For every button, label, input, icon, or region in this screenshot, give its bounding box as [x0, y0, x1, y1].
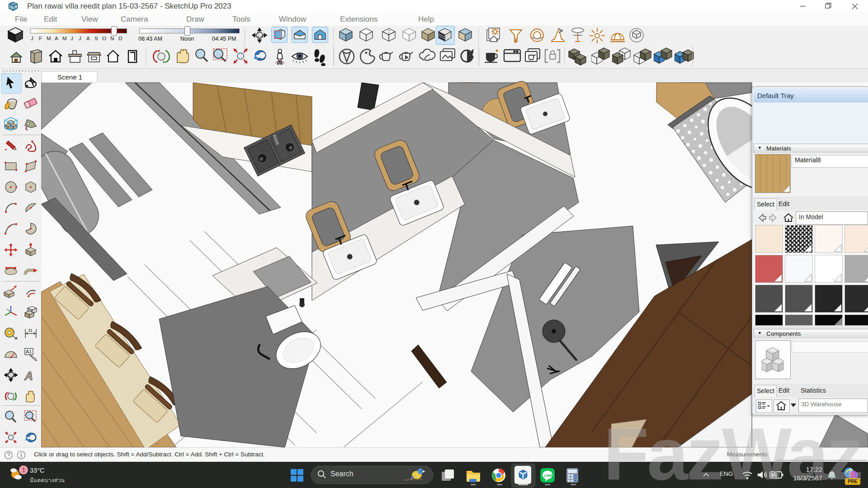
svg-text:C: C — [9, 372, 11, 375]
svg-text:A: A — [24, 369, 35, 383]
svg-text:A-S: A-S — [257, 35, 263, 38]
svg-text:A1: A1 — [26, 349, 32, 354]
svg-text:LINE: LINE — [544, 474, 553, 478]
svg-text:Scene 1: Scene 1 — [57, 73, 82, 81]
svg-text:31: 31 — [28, 328, 33, 333]
svg-text:1: 1 — [22, 466, 26, 474]
svg-text:A-S: A-S — [9, 375, 13, 378]
svg-text:C: C — [257, 31, 260, 35]
